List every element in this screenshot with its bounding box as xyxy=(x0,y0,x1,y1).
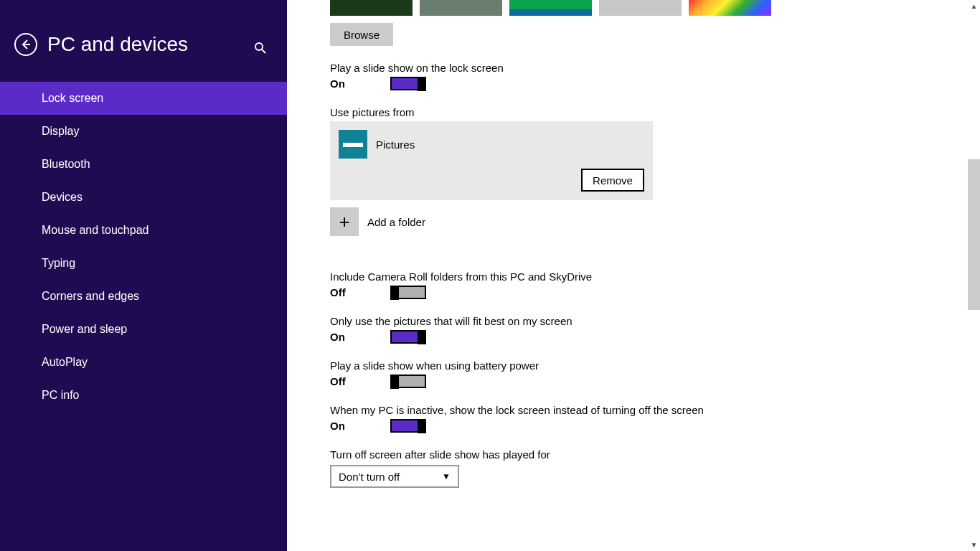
sidebar-header: PC and devices xyxy=(0,0,287,77)
nav-display[interactable]: Display xyxy=(0,115,287,148)
slideshow-label: Play a slide show on the lock screen xyxy=(330,62,980,74)
app-root: PC and devices Lock screen Display Bluet… xyxy=(0,0,980,551)
pictures-folder-box[interactable]: Pictures Remove xyxy=(330,121,653,200)
turn-off-select[interactable]: Don't turn off ▼ xyxy=(330,465,459,488)
background-thumbnails xyxy=(330,0,980,16)
battery-toggle[interactable] xyxy=(390,375,426,388)
slideshow-toggle[interactable] xyxy=(390,77,426,90)
sidebar: PC and devices Lock screen Display Bluet… xyxy=(0,0,287,551)
toggle-thumb xyxy=(390,375,399,389)
thumbnail-4[interactable] xyxy=(599,0,682,16)
nav-pc-info[interactable]: PC info xyxy=(0,379,287,412)
slideshow-setting: Play a slide show on the lock screen On xyxy=(330,62,980,90)
scroll-down-arrow[interactable]: ▼ xyxy=(968,539,980,551)
battery-state: Off xyxy=(330,375,390,387)
vertical-scrollbar[interactable]: ▲ ▼ xyxy=(968,0,980,551)
nav-lock-screen[interactable]: Lock screen xyxy=(0,82,287,115)
camera-roll-toggle[interactable] xyxy=(390,286,426,299)
nav-power-sleep[interactable]: Power and sleep xyxy=(0,313,287,346)
search-icon xyxy=(254,42,267,55)
fit-best-setting: Only use the pictures that will fit best… xyxy=(330,315,980,344)
thumbnail-2[interactable] xyxy=(420,0,502,16)
scroll-up-arrow[interactable]: ▲ xyxy=(968,0,980,12)
inactive-state: On xyxy=(330,420,390,432)
use-pictures-label: Use pictures from xyxy=(330,106,980,118)
fit-best-toggle-row: On xyxy=(330,330,980,344)
slideshow-state: On xyxy=(330,77,390,90)
nav-autoplay[interactable]: AutoPlay xyxy=(0,346,287,379)
add-folder-label: Add a folder xyxy=(367,216,425,228)
page-title: PC and devices xyxy=(47,33,188,56)
svg-point-0 xyxy=(255,43,263,50)
remove-button[interactable]: Remove xyxy=(581,169,644,192)
slideshow-toggle-row: On xyxy=(330,77,980,90)
back-button[interactable] xyxy=(14,33,37,56)
camera-roll-setting: Include Camera Roll folders from this PC… xyxy=(330,270,980,299)
inactive-label: When my PC is inactive, show the lock sc… xyxy=(330,404,980,416)
toggle-thumb xyxy=(390,286,399,300)
drive-icon xyxy=(339,130,367,159)
nav-typing[interactable]: Typing xyxy=(0,247,287,280)
battery-toggle-row: Off xyxy=(330,375,980,388)
scroll-thumb[interactable] xyxy=(968,159,980,310)
add-folder-button[interactable]: + xyxy=(330,207,359,236)
folder-name: Pictures xyxy=(376,138,415,151)
fit-best-state: On xyxy=(330,331,390,343)
turn-off-setting: Turn off screen after slide show has pla… xyxy=(330,448,980,488)
use-pictures-setting: Use pictures from Pictures Remove + Add … xyxy=(330,106,980,236)
add-folder-row: + Add a folder xyxy=(330,207,980,236)
toggle-thumb xyxy=(418,331,426,344)
inactive-toggle[interactable] xyxy=(390,419,426,433)
fit-best-label: Only use the pictures that will fit best… xyxy=(330,315,980,327)
fit-best-toggle[interactable] xyxy=(390,330,426,344)
turn-off-label: Turn off screen after slide show has pla… xyxy=(330,448,980,461)
nav-list: Lock screen Display Bluetooth Devices Mo… xyxy=(0,82,287,412)
chevron-down-icon: ▼ xyxy=(442,471,451,481)
battery-label: Play a slide show when using battery pow… xyxy=(330,359,980,372)
nav-mouse-touchpad[interactable]: Mouse and touchpad xyxy=(0,214,287,247)
thumbnail-5[interactable] xyxy=(689,0,771,16)
toggle-thumb xyxy=(418,77,426,91)
camera-roll-state: Off xyxy=(330,286,390,298)
nav-bluetooth[interactable]: Bluetooth xyxy=(0,148,287,181)
nav-corners-edges[interactable]: Corners and edges xyxy=(0,280,287,313)
content-pane: Browse Play a slide show on the lock scr… xyxy=(287,0,980,551)
thumbnail-1[interactable] xyxy=(330,0,413,16)
nav-devices[interactable]: Devices xyxy=(0,181,287,214)
inactive-setting: When my PC is inactive, show the lock sc… xyxy=(330,404,980,433)
inactive-toggle-row: On xyxy=(330,419,980,433)
camera-roll-toggle-row: Off xyxy=(330,286,980,299)
folder-item: Pictures xyxy=(339,130,644,159)
camera-roll-label: Include Camera Roll folders from this PC… xyxy=(330,270,980,283)
thumbnail-3[interactable] xyxy=(509,0,592,16)
battery-setting: Play a slide show when using battery pow… xyxy=(330,359,980,388)
plus-icon: + xyxy=(339,211,349,233)
browse-button[interactable]: Browse xyxy=(330,23,393,46)
arrow-left-icon xyxy=(20,39,32,50)
search-button[interactable] xyxy=(254,42,267,57)
toggle-thumb xyxy=(418,420,426,433)
turn-off-select-wrap: Don't turn off ▼ xyxy=(330,465,980,488)
turn-off-value: Don't turn off xyxy=(339,471,400,483)
